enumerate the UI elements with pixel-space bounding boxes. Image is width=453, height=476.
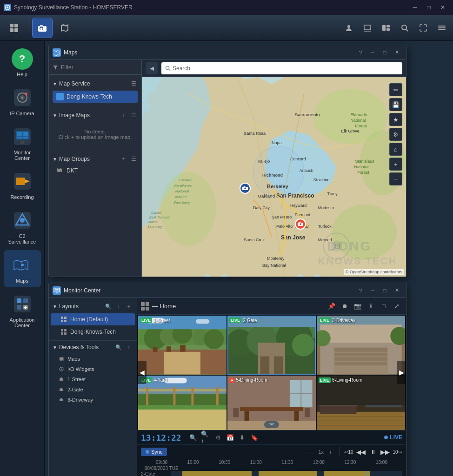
maps-groups-header[interactable]: ▼ Map Groups + ☰ <box>49 153 141 165</box>
maps-close-btn[interactable]: ✕ <box>391 48 402 57</box>
sidebar-item-appcenter[interactable]: Application Center <box>4 289 41 332</box>
monitor-audio-btn[interactable]: □ <box>378 301 389 312</box>
sidebar-item-recording[interactable]: Recording <box>4 166 41 204</box>
tl-bookmark-btn[interactable]: 🔖 <box>249 432 260 443</box>
pb-skip-back-btn[interactable]: ↩10 <box>344 447 354 457</box>
monitor-expand-btn[interactable]: ⤢ <box>391 301 402 312</box>
map-view: ◀ Search <box>142 60 406 277</box>
tl-filter-btn[interactable]: ⚙ <box>213 432 223 443</box>
pb-play-btn[interactable]: ⏸ <box>368 447 378 457</box>
svg-rect-27 <box>23 132 28 136</box>
profile-icon-btn[interactable] <box>341 20 356 35</box>
maps-groups-add-btn[interactable]: + <box>119 155 127 163</box>
svg-point-101 <box>300 223 302 225</box>
monitor-pin-btn[interactable]: 📌 <box>326 301 337 312</box>
layout-icon-btn[interactable] <box>379 20 393 35</box>
maps-group-dkt[interactable]: DKT <box>49 165 141 176</box>
maps-service-menu-btn[interactable]: ☰ <box>129 79 138 88</box>
tl-zoom-out-btn[interactable]: 🔍- <box>189 432 199 443</box>
monitor-restore-btn[interactable]: □ <box>379 286 390 295</box>
maps-image-add-btn[interactable]: + <box>119 111 127 119</box>
layout-home-default[interactable]: Home (Default) <box>51 313 135 325</box>
map-home-btn[interactable]: ⌂ <box>389 143 402 156</box>
svg-text:Bank National: Bank National <box>149 216 170 219</box>
dkt-icon <box>56 167 64 174</box>
pb-skip-fwd-btn[interactable]: 10↪ <box>392 447 402 457</box>
camera-cell-4[interactable]: LIVE 4-Yard <box>138 376 226 430</box>
maps-service-header[interactable]: ▼ Map Service ☰ <box>49 78 141 90</box>
grid-nav-right[interactable]: ▶ <box>397 361 406 384</box>
monitor-help-btn[interactable]: ? <box>355 286 366 295</box>
devices-header[interactable]: ▼ Devices & Tools 🔍 ↕ <box>49 341 137 354</box>
sidebar-item-ipcamera[interactable]: IP Camera <box>4 83 41 120</box>
tl-calendar-btn[interactable]: 📅 <box>225 432 235 443</box>
search-icon-btn[interactable] <box>397 20 412 35</box>
sidebar-item-help[interactable]: ? Help <box>4 45 41 81</box>
maps-minimize-btn[interactable]: ─ <box>367 48 378 57</box>
svg-rect-4 <box>10 28 13 32</box>
search-icon <box>165 66 171 71</box>
layouts-add-btn[interactable]: + <box>125 302 133 311</box>
tl-zoom-in-btn[interactable]: 🔍+ <box>201 432 211 443</box>
sidebar-item-c2[interactable]: C2 Surveillance <box>4 205 41 248</box>
device-street[interactable]: 1-Street <box>49 374 137 384</box>
toolbar-app-camera[interactable] <box>32 18 53 38</box>
timeline-track-gate[interactable] <box>171 471 402 476</box>
close-button[interactable]: ✕ <box>436 2 449 13</box>
device-io[interactable]: I/O Widgets <box>49 364 137 374</box>
svg-rect-154 <box>335 357 387 361</box>
sidebar-item-maps[interactable]: Maps <box>4 250 41 287</box>
cam-scroll-down[interactable] <box>264 421 279 428</box>
camera-cell-6[interactable]: LIVE 6-Living-Room <box>317 376 405 430</box>
monitor-close-btn[interactable]: ✕ <box>391 286 402 295</box>
devices-sort-btn[interactable]: ↕ <box>125 343 133 351</box>
minimize-button[interactable]: ─ <box>408 2 421 13</box>
device-maps[interactable]: Maps <box>49 354 137 364</box>
maps-image-menu-btn[interactable]: ☰ <box>129 111 138 119</box>
maximize-button[interactable]: □ <box>422 2 435 13</box>
maps-image-header[interactable]: ▼ Image Maps + ☰ <box>49 109 141 121</box>
camera-cell-1[interactable]: LIVE 1-Street <box>138 316 226 375</box>
map-star-btn[interactable]: ★ <box>389 113 402 126</box>
devices-search-btn[interactable]: 🔍 <box>114 343 123 351</box>
map-edit-btn[interactable]: ✏ <box>389 83 402 96</box>
toolbar-app-maps[interactable] <box>54 18 75 38</box>
camera-cell-2[interactable]: LIVE 2-Gate <box>227 316 316 375</box>
monitor-info-btn[interactable]: ℹ <box>365 301 376 312</box>
monitor-rec-btn[interactable]: ⏺ <box>339 301 350 312</box>
pb-plus-btn[interactable]: + <box>326 447 336 457</box>
monitor-snap-btn[interactable]: 📷 <box>352 301 363 312</box>
grid-nav-left[interactable]: ◀ <box>137 361 147 384</box>
layouts-sort-btn[interactable]: ↕ <box>114 302 123 311</box>
monitor-minimize-btn[interactable]: ─ <box>367 286 378 295</box>
maps-help-btn[interactable]: ? <box>355 48 366 57</box>
pb-minus-btn[interactable]: − <box>306 447 316 457</box>
maps-restore-btn[interactable]: □ <box>379 48 390 57</box>
layout-dkt[interactable]: Dong-Knows-Tech <box>51 326 135 338</box>
svg-rect-16 <box>438 26 446 26</box>
map-svg-container[interactable]: Sacramento Elk Grove Santa Rosa Napa Con… <box>142 77 406 277</box>
layouts-header[interactable]: ▼ Layouts 🔍 ↕ + <box>49 300 137 313</box>
layouts-search-btn[interactable]: 🔍 <box>104 302 113 311</box>
map-back-btn[interactable]: ◀ <box>146 62 158 74</box>
map-settings-btn[interactable]: ⚙ <box>389 128 402 141</box>
account-icon-btn[interactable] <box>360 20 375 35</box>
map-zoom-out-btn[interactable]: − <box>389 172 402 185</box>
maps-groups-menu-btn[interactable]: ☰ <box>129 155 138 163</box>
sync-button[interactable]: Sync <box>141 448 167 456</box>
tl-download-btn[interactable]: ⬇ <box>237 432 247 443</box>
device-driveway[interactable]: 3-Driveway <box>49 395 137 405</box>
maps-service-item-dong[interactable]: 🌐 Dong-Knows-Tech <box>53 91 138 103</box>
map-zoom-in-btn[interactable]: + <box>389 158 402 171</box>
camera-cell-3[interactable]: LIVE 3-Driveway <box>317 316 405 375</box>
fullscreen-icon-btn[interactable] <box>416 20 431 35</box>
pb-rewind-btn[interactable]: ◀◀ <box>356 447 366 457</box>
map-save-btn[interactable]: 💾 <box>389 98 402 111</box>
map-search-box[interactable]: Search <box>161 62 402 74</box>
map-camera-sf[interactable] <box>240 183 251 194</box>
toolbar-app-grid[interactable] <box>4 18 24 38</box>
device-gate[interactable]: 2-Gate <box>49 384 137 395</box>
sidebar-item-monitor[interactable]: Monitor Center <box>4 122 41 165</box>
pb-forward-btn[interactable]: ▶▶ <box>380 447 390 457</box>
menu-icon-btn[interactable] <box>434 20 449 35</box>
